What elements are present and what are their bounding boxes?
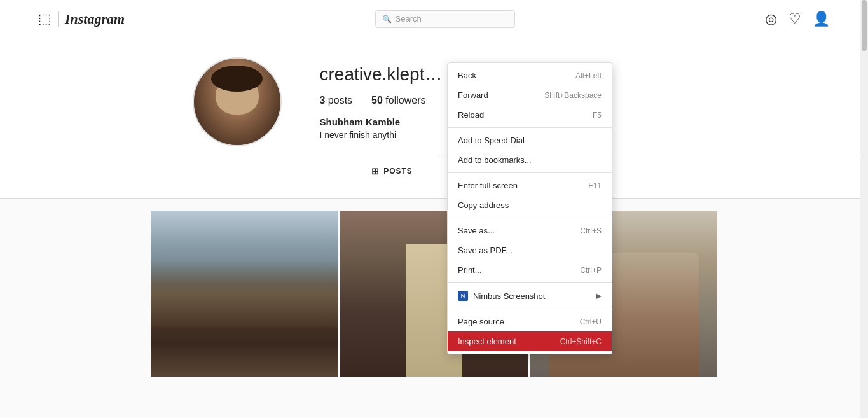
- instagram-logo-text: Instagram: [65, 11, 125, 27]
- menu-label-save-as: Save as...: [458, 226, 580, 235]
- menu-label-copy-address: Copy address: [458, 200, 602, 210]
- search-placeholder-text: Search: [396, 14, 422, 24]
- tab-posts-label: POSTS: [383, 167, 413, 176]
- post-item-1[interactable]: [151, 211, 338, 377]
- menu-label-save-pdf: Save as PDF...: [458, 246, 602, 255]
- menu-item-speed-dial[interactable]: Add to Speed Dial: [448, 130, 612, 150]
- menu-item-forward[interactable]: Forward Shift+Backspace: [448, 85, 612, 105]
- profile-icon[interactable]: 👤: [813, 11, 830, 27]
- menu-shortcut-inspect-element: Ctrl+Shift+C: [560, 337, 602, 346]
- menu-divider-4: [448, 282, 612, 283]
- tab-posts[interactable]: ⊞ POSTS: [346, 157, 438, 185]
- context-menu: Back Alt+Left Forward Shift+Backspace Re…: [447, 62, 612, 354]
- menu-label-speed-dial: Add to Speed Dial: [458, 136, 602, 145]
- nimbus-icon: N: [458, 291, 468, 301]
- posts-grid-icon: ⊞: [371, 166, 380, 176]
- instagram-header: ⬚ Instagram 🔍 Search ◎ ♡ 👤: [0, 0, 868, 38]
- menu-label-forward: Forward: [458, 90, 544, 100]
- scrollbar-track: [860, 0, 868, 418]
- instagram-camera-icon: ⬚: [38, 11, 52, 27]
- menu-label-page-source: Page source: [458, 317, 580, 326]
- instagram-page: ⬚ Instagram 🔍 Search ◎ ♡ 👤 creative.klep…: [0, 0, 868, 389]
- menu-shortcut-back: Alt+Left: [575, 71, 602, 80]
- heart-icon[interactable]: ♡: [789, 11, 801, 27]
- menu-label-back: Back: [458, 71, 575, 80]
- scrollbar-thumb[interactable]: [862, 0, 867, 51]
- menu-item-copy-address[interactable]: Copy address: [448, 195, 612, 215]
- profile-section: creative.klept… 3 posts 50 followers Shu…: [0, 38, 868, 199]
- menu-shortcut-reload: F5: [593, 111, 602, 120]
- menu-item-fullscreen[interactable]: Enter full screen F11: [448, 176, 612, 195]
- menu-label-nimbus: Nimbus Screenshot: [473, 291, 591, 301]
- menu-item-print[interactable]: Print... Ctrl+P: [448, 260, 612, 280]
- instagram-logo: ⬚ Instagram: [38, 11, 125, 27]
- menu-item-page-source[interactable]: Page source Ctrl+U: [448, 312, 612, 331]
- menu-item-save-pdf[interactable]: Save as PDF...: [448, 240, 612, 260]
- menu-item-inspect-element[interactable]: Inspect element Ctrl+Shift+C: [448, 331, 612, 351]
- instagram-search-bar[interactable]: 🔍 Search: [375, 10, 515, 28]
- menu-divider-2: [448, 172, 612, 173]
- search-icon: 🔍: [382, 15, 392, 24]
- instagram-nav-icons: ◎ ♡ 👤: [765, 11, 830, 27]
- posts-stat: 3 posts: [320, 95, 353, 106]
- avatar-image: [194, 59, 280, 145]
- menu-divider-5: [448, 309, 612, 309]
- compass-icon[interactable]: ◎: [765, 11, 777, 27]
- menu-label-reload: Reload: [458, 110, 593, 120]
- menu-item-save-as[interactable]: Save as... Ctrl+S: [448, 221, 612, 240]
- menu-item-bookmarks[interactable]: Add to bookmarks...: [448, 150, 612, 170]
- menu-label-inspect-element: Inspect element: [458, 337, 560, 346]
- menu-label-fullscreen: Enter full screen: [458, 181, 588, 190]
- menu-shortcut-page-source: Ctrl+U: [580, 317, 602, 326]
- menu-item-reload[interactable]: Reload F5: [448, 105, 612, 125]
- menu-item-nimbus[interactable]: N Nimbus Screenshot ▶: [448, 286, 612, 306]
- menu-shortcut-fullscreen: F11: [588, 181, 602, 190]
- menu-label-print: Print...: [458, 265, 580, 275]
- posts-grid: [0, 199, 868, 389]
- menu-label-bookmarks: Add to bookmarks...: [458, 155, 602, 165]
- menu-divider-1: [448, 127, 612, 128]
- followers-stat: 50 followers: [371, 95, 425, 106]
- menu-divider-3: [448, 218, 612, 218]
- menu-item-back[interactable]: Back Alt+Left: [448, 66, 612, 85]
- menu-shortcut-save-as: Ctrl+S: [580, 226, 602, 235]
- submenu-arrow-icon: ▶: [596, 291, 602, 300]
- profile-avatar: [193, 57, 282, 146]
- logo-divider: [58, 11, 59, 27]
- menu-shortcut-forward: Shift+Backspace: [544, 91, 602, 100]
- profile-tabs: ⊞ POSTS ☐ IGTV: [0, 157, 868, 185]
- menu-shortcut-print: Ctrl+P: [580, 266, 602, 275]
